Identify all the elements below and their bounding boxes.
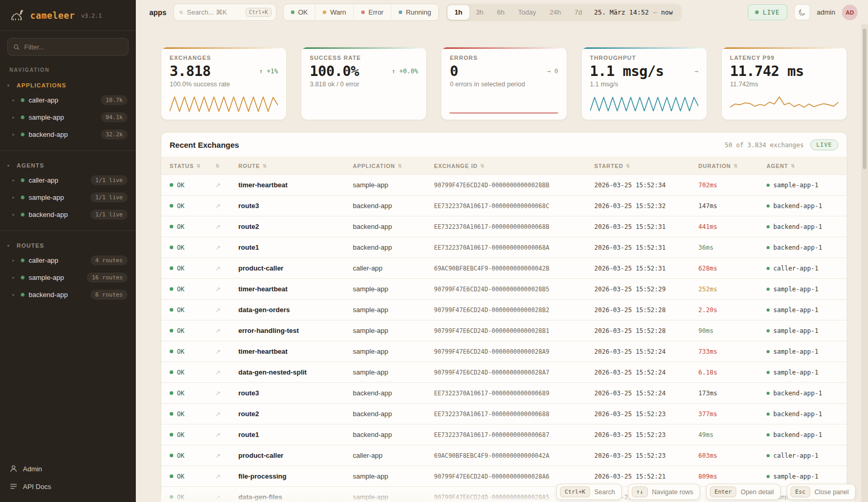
- time-range-button[interactable]: 1h: [448, 5, 469, 20]
- time-range-button[interactable]: 3h: [469, 5, 490, 20]
- status-cell: OK: [170, 369, 215, 376]
- sidebar-filter[interactable]: [7, 38, 129, 56]
- agent-status-dot: [767, 392, 770, 395]
- table-row[interactable]: OK ↗ timer-heartbeat sample-app 90799F47…: [161, 341, 847, 362]
- status-filter-button[interactable]: Error: [354, 4, 391, 20]
- sidebar-item-application[interactable]: ▸ caller-app 10.7k: [0, 92, 136, 109]
- column-header-open[interactable]: ⇅: [215, 163, 238, 169]
- chevron-down-icon: ▾: [7, 243, 11, 248]
- route-cell: timer-heartbeat: [238, 347, 353, 355]
- hint-label: Open detail: [741, 488, 774, 496]
- status-filter-button[interactable]: Warn: [315, 4, 354, 20]
- ok-status-dot: [170, 391, 173, 395]
- search-input[interactable]: [187, 8, 242, 16]
- status-text: OK: [177, 265, 184, 272]
- sidebar-item-route[interactable]: ▸ caller-app 4 routes: [0, 252, 136, 269]
- time-range-button[interactable]: 6h: [490, 5, 511, 20]
- panel-header: Recent Exchanges 50 of 3.834 exchanges L…: [161, 133, 847, 157]
- duration-cell: 702ms: [698, 182, 767, 189]
- table-row[interactable]: OK ↗ product-caller caller-app 69AC90BF8…: [161, 258, 847, 279]
- time-range-button[interactable]: Today: [512, 5, 543, 20]
- sidebar-item-application[interactable]: ▸ sample-app 84.1k: [0, 109, 136, 126]
- table-row[interactable]: OK ↗ error-handling-test sample-app 9079…: [161, 320, 847, 341]
- section-header-applications[interactable]: ▾ APPLICATIONS: [0, 76, 136, 92]
- column-header-exchange-id[interactable]: EXCHANGE ID⇅: [434, 163, 594, 169]
- open-detail-icon[interactable]: ↗: [215, 182, 238, 189]
- open-detail-icon[interactable]: ↗: [215, 369, 238, 376]
- period-to: now: [661, 8, 673, 16]
- status-cell: OK: [170, 223, 215, 230]
- sidebar-item-application[interactable]: ▸ backend-app 32.2k: [0, 126, 136, 143]
- sidebar-item-api-docs[interactable]: API Docs: [9, 479, 126, 494]
- table-row[interactable]: OK ↗ route3 backend-app EE7322370A10617-…: [161, 196, 847, 216]
- filter-input[interactable]: [24, 43, 123, 51]
- hint-label: Search: [594, 488, 615, 496]
- sidebar-item-admin[interactable]: Admin: [9, 461, 126, 476]
- open-detail-icon[interactable]: ↗: [215, 410, 238, 418]
- open-detail-icon[interactable]: ↗: [215, 286, 238, 293]
- theme-toggle-button[interactable]: [794, 4, 810, 20]
- open-detail-icon[interactable]: ↗: [215, 494, 238, 501]
- column-header-application[interactable]: APPLICATION⇅: [353, 163, 434, 169]
- agent-name: backend-app-1: [773, 431, 822, 439]
- table-row[interactable]: OK ↗ route2 backend-app EE7322370A10617-…: [161, 404, 847, 424]
- duration-cell: 36ms: [698, 244, 767, 251]
- column-header-status[interactable]: STATUS⇅: [170, 163, 215, 169]
- application-cell: caller-app: [353, 264, 434, 272]
- agent-name: sample-app-1: [773, 182, 819, 189]
- open-detail-icon[interactable]: ↗: [215, 244, 238, 251]
- sidebar-item-route[interactable]: ▸ sample-app 16 routes: [0, 269, 136, 286]
- time-range-button[interactable]: 24h: [543, 5, 568, 20]
- open-detail-icon[interactable]: ↗: [215, 265, 238, 272]
- status-cell: OK: [170, 265, 215, 272]
- open-detail-icon[interactable]: ↗: [215, 473, 238, 480]
- open-detail-icon[interactable]: ↗: [215, 452, 238, 459]
- avatar[interactable]: AD: [842, 5, 858, 20]
- sidebar-item-agent[interactable]: ▸ backend-app 1/1 live: [0, 206, 136, 223]
- status-filter-button[interactable]: Running: [391, 4, 439, 20]
- duration-cell: 628ms: [698, 265, 767, 272]
- status-text: OK: [177, 410, 184, 418]
- page-scrollbar[interactable]: [861, 24, 868, 502]
- status-filter-button[interactable]: OK: [284, 4, 316, 20]
- table-row[interactable]: OK ↗ route3 backend-app EE7322370A10617-…: [161, 383, 847, 404]
- sidebar-item-agent[interactable]: ▸ caller-app 1/1 live: [0, 172, 136, 189]
- column-header-agent[interactable]: AGENT⇅: [767, 163, 838, 169]
- column-header-started[interactable]: STARTED⇅: [594, 163, 698, 169]
- section-header-routes[interactable]: ▾ ROUTES: [0, 236, 136, 252]
- column-header-route[interactable]: ROUTE⇅: [238, 163, 353, 169]
- started-cell: 2026-03-25 15:52:24: [594, 390, 698, 397]
- ok-status-dot: [170, 287, 173, 291]
- column-header-duration[interactable]: DURATION⇅: [698, 163, 767, 169]
- table-row[interactable]: OK ↗ route2 backend-app EE7322370A10617-…: [161, 216, 847, 237]
- sidebar-item-route[interactable]: ▸ backend-app 6 routes: [0, 286, 136, 303]
- status-cell: OK: [170, 286, 215, 293]
- table-row[interactable]: OK ↗ route1 backend-app EE7322370A10617-…: [161, 237, 847, 258]
- open-detail-icon[interactable]: ↗: [215, 348, 238, 355]
- table-row[interactable]: OK ↗ data-gen-nested-split sample-app 90…: [161, 362, 847, 383]
- open-detail-icon[interactable]: ↗: [215, 202, 238, 210]
- footer-item-label: Admin: [23, 465, 42, 473]
- table-row[interactable]: OK ↗ route1 backend-app EE7322370A10617-…: [161, 424, 847, 445]
- app-name: cameleer: [30, 10, 75, 21]
- section-header-agents[interactable]: ▾ AGENTS: [0, 156, 136, 172]
- hint-keycap: ↑↓: [632, 486, 648, 497]
- open-detail-icon[interactable]: ↗: [215, 431, 238, 439]
- status-dot: [399, 10, 402, 14]
- table-row[interactable]: OK ↗ product-caller caller-app 69AC90BF8…: [161, 445, 847, 466]
- exchange-id-cell: EE7322370A10617-000000000000068C: [434, 202, 594, 210]
- table-row[interactable]: OK ↗ data-gen-orders sample-app 90799F47…: [161, 300, 847, 320]
- chevron-right-icon: ▸: [12, 115, 17, 120]
- sidebar-item-label: backend-app: [29, 131, 97, 138]
- scrollbar-thumb[interactable]: [863, 29, 866, 169]
- time-range-button[interactable]: 7d: [568, 5, 589, 20]
- table-row[interactable]: OK ↗ timer-heartbeat sample-app 90799F47…: [161, 279, 847, 300]
- sidebar-item-agent[interactable]: ▸ sample-app 1/1 live: [0, 189, 136, 206]
- open-detail-icon[interactable]: ↗: [215, 306, 238, 314]
- open-detail-icon[interactable]: ↗: [215, 223, 238, 230]
- live-toggle[interactable]: LIVE: [748, 4, 787, 20]
- open-detail-icon[interactable]: ↗: [215, 390, 238, 397]
- global-search[interactable]: Ctrl+K: [173, 4, 276, 21]
- table-row[interactable]: OK ↗ timer-heartbeat sample-app 90799F47…: [161, 175, 847, 196]
- open-detail-icon[interactable]: ↗: [215, 327, 238, 334]
